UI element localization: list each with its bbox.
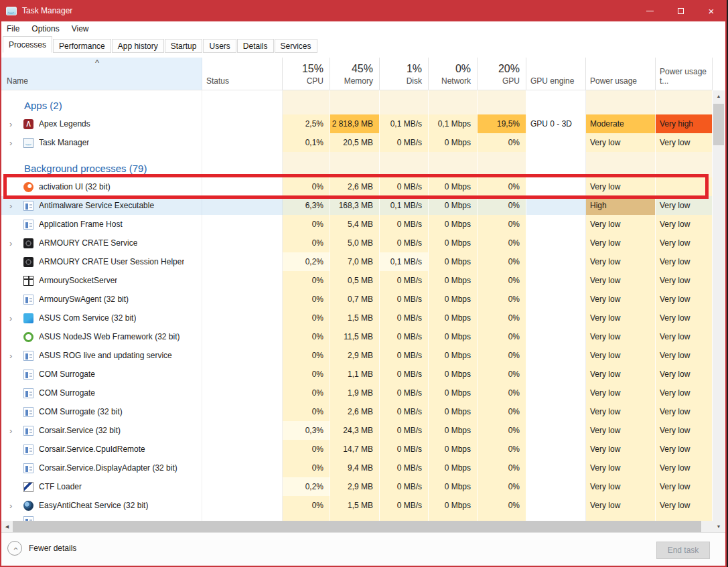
process-row[interactable]: COM Surrogate0%1,1 MB0 MB/s0 Mbps0%Very … [1, 365, 713, 384]
cell-cpu: 0,2% [283, 477, 330, 496]
column-header-cpu[interactable]: 15% CPU [283, 58, 330, 90]
vertical-scrollbar[interactable]: ▲ [713, 90, 725, 521]
cell-disk: 0 MB/s [380, 477, 429, 496]
process-row[interactable]: ›Antimalware Service Executable6,3%168,3… [1, 196, 713, 215]
column-header-disk[interactable]: 1% Disk [380, 58, 429, 90]
process-row[interactable]: activation UI (32 bit)0%2,6 MB0 MB/s0 Mb… [1, 177, 713, 196]
process-row[interactable]: ›ASUS Com Service (32 bit)0%1,5 MB0 MB/s… [1, 309, 713, 327]
column-header-memory[interactable]: 45% Memory [330, 58, 380, 90]
group-header[interactable]: Apps (2) [1, 96, 713, 114]
group-header[interactable]: Background processes (79) [1, 159, 713, 177]
cell-gpu_engine [526, 152, 586, 159]
scroll-down-icon[interactable]: ▼ [713, 521, 725, 532]
tab-details[interactable]: Details [237, 39, 274, 53]
process-row[interactable]: ArmourySocketServer0%0,5 MB0 MB/s0 Mbps0… [1, 271, 713, 290]
process-name-label: ARMOURY CRATE User Session Helper [39, 257, 184, 266]
column-header-network[interactable]: 0% Network [429, 58, 478, 90]
column-header-power-usage-trend[interactable]: Power usage t... [656, 58, 713, 90]
process-row[interactable]: COM Surrogate (32 bit)0%2,6 MB0 MB/s0 Mb… [1, 402, 713, 421]
cell-trend: Very low [656, 234, 713, 252]
column-header-status[interactable]: Status [202, 58, 283, 90]
maximize-button[interactable] [665, 0, 696, 21]
cell-memory [330, 96, 380, 114]
cell-disk: 0,1 MB/s [380, 196, 429, 215]
menu-view[interactable]: View [66, 21, 95, 36]
cell-gpu: 0% [478, 177, 526, 196]
tab-startup[interactable]: Startup [165, 39, 203, 53]
minimize-button[interactable] [634, 0, 665, 21]
tab-performance[interactable]: Performance [53, 39, 111, 53]
cell-gpu_engine [526, 421, 586, 440]
cell-cpu: 0,1% [283, 133, 330, 152]
cell-power: Very low [586, 133, 656, 152]
cell-gpu_engine [526, 271, 586, 290]
process-row[interactable]: Application Frame Host0%5,4 MB0 MB/s0 Mb… [1, 215, 713, 234]
horizontal-scrollbar-thumb[interactable] [13, 521, 701, 532]
process-row[interactable]: Corsair.Service.DisplayAdapter (32 bit)0… [1, 459, 713, 477]
cell-gpu_engine [526, 327, 586, 346]
process-row[interactable]: ASUS NodeJS Web Framework (32 bit)0%11,5… [1, 327, 713, 346]
horizontal-scrollbar[interactable]: ◀ [1, 521, 713, 532]
socket-server-icon [23, 276, 33, 286]
armoury-crate-icon [23, 238, 33, 248]
cell-power [586, 152, 656, 159]
expand-chevron-icon[interactable]: › [1, 138, 16, 148]
expand-chevron-icon[interactable]: › [1, 313, 16, 323]
process-row[interactable]: CTF Loader0,2%2,9 MB0 MB/s0 Mbps0%Very l… [1, 477, 713, 496]
cell-power: Very low [586, 365, 656, 384]
cell-gpu_engine [526, 177, 586, 196]
process-row[interactable]: Corsair.Service.CpuIdRemote0%14,7 MB0 MB… [1, 440, 713, 459]
tab-processes[interactable]: Processes [3, 36, 52, 53]
cell-gpu: 0% [478, 215, 526, 234]
column-header-power-usage[interactable]: Power usage [586, 58, 656, 90]
cell-trend: Very low [656, 440, 713, 459]
process-row[interactable]: ›ARMOURY CRATE Service0%5,0 MB0 MB/s0 Mb… [1, 234, 713, 252]
tab-app-history[interactable]: App history [112, 39, 164, 53]
expand-chevron-icon[interactable]: › [1, 501, 16, 511]
tab-services[interactable]: Services [275, 39, 317, 53]
process-row[interactable]: ›ASUS ROG live and updating service0%2,9… [1, 346, 713, 365]
process-row[interactable]: ›Corsair.Service (32 bit)0,3%24,3 MB0 MB… [1, 421, 713, 440]
process-status-cell [202, 252, 283, 271]
tab-users[interactable]: Users [203, 39, 236, 53]
menu-options[interactable]: Options [25, 21, 65, 36]
expand-chevron-icon[interactable]: › [1, 426, 16, 436]
cell-gpu: 0% [478, 459, 526, 477]
process-row[interactable]: COM Surrogate0%1,9 MB0 MB/s0 Mbps0%Very … [1, 384, 713, 402]
cell-gpu: 0% [478, 365, 526, 384]
expand-chevron-icon[interactable]: › [1, 238, 16, 248]
process-row[interactable]: ›EasyAntiCheat Service (32 bit)0%1,5 MB0… [1, 496, 713, 515]
process-row[interactable]: ›ΛApex Legends2,5%2 818,9 MB0,1 MB/s0,1 … [1, 114, 713, 133]
cell-cpu: 0,3% [283, 421, 330, 440]
cell-gpu: 0% [478, 271, 526, 290]
scroll-left-icon[interactable]: ◀ [1, 521, 13, 532]
expand-chevron-icon[interactable]: › [1, 351, 16, 361]
process-name-label: COM Surrogate [39, 388, 95, 398]
cell-memory: 1,1 MB [330, 365, 380, 384]
column-header-name[interactable]: ^ Name [1, 58, 202, 90]
expand-chevron-icon[interactable]: › [1, 119, 16, 129]
column-header-gpu[interactable]: 20% GPU [478, 58, 526, 90]
minimize-icon [646, 11, 654, 11]
scroll-up-icon[interactable]: ▲ [713, 90, 725, 102]
cell-network: 0 Mbps [429, 477, 478, 496]
fewer-details-toggle[interactable]: › Fewer details [7, 541, 76, 556]
menu-file[interactable]: File [1, 21, 25, 36]
process-row[interactable]: ARMOURY CRATE User Session Helper0,2%7,0… [1, 252, 713, 271]
column-header-gpu-engine[interactable]: GPU engine [526, 58, 586, 90]
cell-gpu_engine [526, 384, 586, 402]
cell-power: High [586, 196, 656, 215]
process-name-label: ArmourySocketServer [39, 276, 117, 285]
cell-gpu_engine: GPU 0 - 3D [526, 114, 586, 133]
cell-network: 0 Mbps [429, 196, 478, 215]
process-row[interactable]: ArmourySwAgent (32 bit)0%0,7 MB0 MB/s0 M… [1, 290, 713, 309]
cell-disk: 0,1 MB/s [380, 114, 429, 133]
end-task-button[interactable]: End task [656, 542, 710, 559]
cell-power: Very low [586, 309, 656, 327]
vertical-scrollbar-thumb[interactable] [713, 104, 724, 145]
cell-cpu: 0% [283, 271, 330, 290]
close-icon: × [709, 6, 715, 16]
expand-chevron-icon[interactable]: › [1, 201, 16, 211]
process-row[interactable]: ›Task Manager0,1%20,5 MB0 MB/s0 Mbps0%Ve… [1, 133, 713, 152]
close-button[interactable]: × [696, 0, 727, 21]
